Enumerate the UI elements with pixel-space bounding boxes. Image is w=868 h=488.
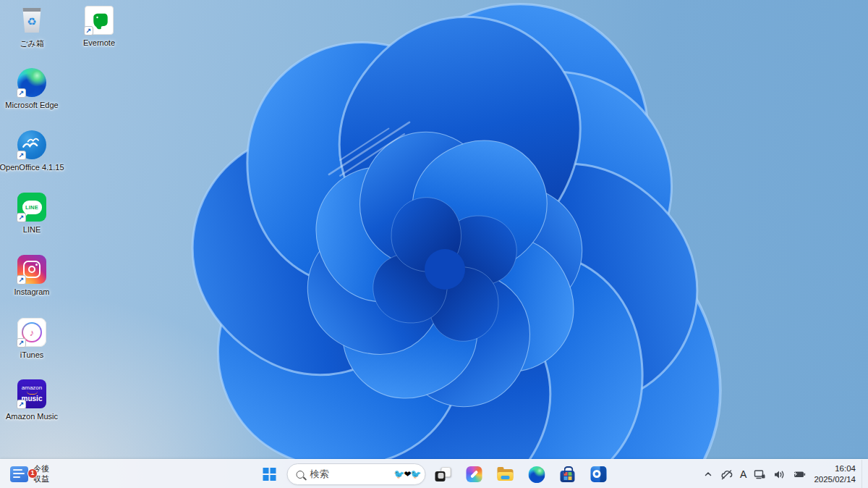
taskbar-center-icons: 検索 🐦❤🐦 xyxy=(256,462,613,487)
desktop-wallpaper: ♻ ごみ箱 ↗ Evernote ↗ Microsoft Edge xyxy=(0,0,868,488)
icon-label: LINE xyxy=(23,225,41,234)
system-tray: A 16:04 xyxy=(699,460,865,488)
shortcut-arrow-icon: ↗ xyxy=(17,275,26,285)
line-logo-text: LINE xyxy=(25,204,38,211)
start-button[interactable] xyxy=(256,462,284,487)
copilot-icon xyxy=(467,466,482,482)
ime-mode-indicator: A xyxy=(740,468,746,480)
amazon-wordmark: amazon xyxy=(22,385,42,391)
shortcut-arrow-icon: ↗ xyxy=(17,151,26,160)
hidden-icons-button[interactable] xyxy=(699,463,717,486)
network-button[interactable] xyxy=(750,463,770,486)
search-input[interactable]: 検索 🐦❤🐦 xyxy=(287,463,426,485)
edge-logo-icon xyxy=(528,466,545,483)
icon-label: iTunes xyxy=(20,350,44,359)
desktop-icon-microsoft-edge[interactable]: ↗ Microsoft Edge xyxy=(1,67,62,126)
shortcut-arrow-icon: ↗ xyxy=(17,338,26,348)
desktop-icon-openoffice[interactable]: ↗ OpenOffice 4.1.15 xyxy=(1,129,62,188)
shortcut-arrow-icon: ↗ xyxy=(17,213,26,222)
tray-date: 2025/02/14 xyxy=(814,474,856,485)
task-view-button[interactable] xyxy=(430,462,457,487)
recycle-bin-icon: ♻ xyxy=(22,8,42,33)
lovebirds-sticker-icon: 🐦❤🐦 xyxy=(394,469,421,479)
clock-button[interactable]: 16:04 2025/02/14 xyxy=(809,463,861,485)
onedrive-offline-icon xyxy=(720,469,733,480)
store-bag-icon xyxy=(561,471,575,482)
recycle-symbol-icon: ♻ xyxy=(27,15,36,28)
icon-label: Instagram xyxy=(14,287,50,296)
battery-button[interactable] xyxy=(788,463,809,486)
icon-label: Microsoft Edge xyxy=(5,101,58,109)
desktop-icon-evernote[interactable]: ↗ Evernote xyxy=(69,4,129,64)
task-view-icon xyxy=(435,466,451,482)
shortcut-arrow-icon: ↗ xyxy=(17,400,26,409)
shortcut-arrow-icon: ↗ xyxy=(84,26,93,35)
icon-label: Amazon Music xyxy=(6,412,58,421)
tray-time: 16:04 xyxy=(835,463,856,474)
outlook-icon xyxy=(591,466,607,482)
onedrive-status-button[interactable] xyxy=(717,463,736,486)
volume-button[interactable] xyxy=(770,463,788,486)
widgets-button[interactable]: 1 今後 収益 xyxy=(6,460,54,488)
show-desktop-button[interactable] xyxy=(861,460,865,488)
file-explorer-button[interactable] xyxy=(492,462,519,487)
search-icon xyxy=(297,471,305,479)
search-placeholder: 検索 xyxy=(310,468,388,481)
ethernet-icon xyxy=(754,469,766,480)
desktop-icon-line[interactable]: LINE ↗ LINE xyxy=(1,191,62,251)
icon-label: Evernote xyxy=(83,38,115,47)
desktop-icon-amazon-music[interactable]: amazon music ↗ Amazon Music xyxy=(1,378,62,437)
bloom-flower-graphic xyxy=(0,0,868,459)
file-explorer-icon xyxy=(498,468,514,481)
shortcut-arrow-icon: ↗ xyxy=(17,88,26,98)
microsoft-edge-button[interactable] xyxy=(523,462,550,487)
widgets-finance-icon: 1 xyxy=(10,466,28,482)
chevron-up-icon xyxy=(703,469,713,479)
microsoft-store-button[interactable] xyxy=(554,462,582,487)
icon-label: OpenOffice 4.1.15 xyxy=(0,163,64,172)
ime-mode-button[interactable]: A xyxy=(736,463,750,486)
widgets-notification-badge: 1 xyxy=(27,468,38,479)
desktop-icon-recycle-bin[interactable]: ♻ ごみ箱 xyxy=(1,4,62,64)
taskbar: 1 今後 収益 検索 🐦❤🐦 xyxy=(0,459,868,488)
battery-charging-icon xyxy=(792,469,806,479)
copilot-button[interactable] xyxy=(461,462,488,487)
windows-logo-icon xyxy=(263,468,276,481)
outlook-button[interactable] xyxy=(585,462,613,487)
desktop-icon-itunes[interactable]: ♪ ↗ iTunes xyxy=(1,316,62,376)
speaker-icon xyxy=(773,469,785,480)
music-note-icon: ♪ xyxy=(30,327,35,338)
desktop-icon-instagram[interactable]: ↗ Instagram xyxy=(1,253,62,313)
icon-label: ごみ箱 xyxy=(20,38,44,49)
